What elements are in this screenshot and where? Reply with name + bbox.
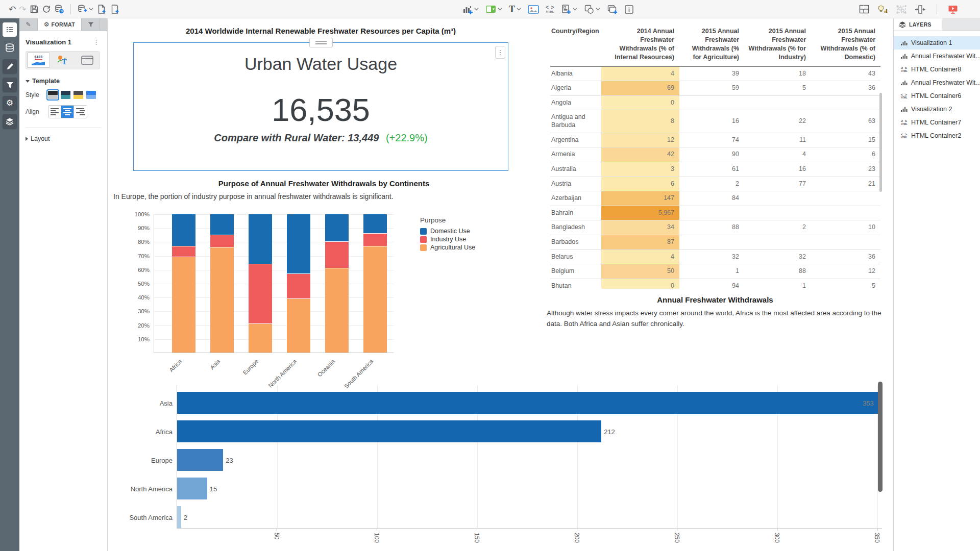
layer-item[interactable]: Annual Freshwater Wit... bbox=[894, 49, 980, 63]
hbar-chart[interactable] bbox=[177, 385, 882, 529]
layer-item[interactable]: Annual Freshwater Wit... bbox=[894, 76, 980, 89]
import-page-button[interactable] bbox=[95, 2, 108, 16]
container-style-button[interactable] bbox=[76, 53, 99, 68]
layer-item[interactable]: Visualization 2 bbox=[894, 103, 980, 116]
table-row[interactable]: Algeria6959536 bbox=[550, 81, 880, 96]
hbar-africa[interactable] bbox=[177, 420, 601, 442]
container-info-button[interactable] bbox=[623, 2, 635, 16]
sidebar-item-filter[interactable] bbox=[3, 78, 17, 92]
toolbar-divider bbox=[70, 4, 71, 14]
sidebar-item-layers[interactable] bbox=[3, 114, 17, 129]
hbar-chart-caption: Although water stress impacts every corn… bbox=[547, 308, 885, 330]
redo-button[interactable]: ↷ bbox=[17, 2, 28, 16]
table-row[interactable]: Bhutan09415 bbox=[550, 279, 880, 289]
stacked-chart[interactable] bbox=[154, 214, 394, 353]
stacked-bar-oceania[interactable] bbox=[325, 214, 349, 353]
stacked-bar-europe[interactable] bbox=[249, 214, 272, 353]
undo-button[interactable]: ↶ bbox=[7, 2, 17, 16]
tab-format[interactable]: ⚙ FORMAT bbox=[38, 18, 82, 31]
align-left-button[interactable] bbox=[48, 106, 61, 118]
table-row[interactable]: Azerbaijan14784 bbox=[550, 191, 880, 206]
add-form-button[interactable] bbox=[559, 2, 579, 16]
table-row[interactable]: Argentina12741115 bbox=[550, 133, 880, 147]
table-row[interactable]: Albania4391843 bbox=[550, 66, 880, 81]
template-style-swatch-2[interactable] bbox=[61, 91, 70, 99]
template-style-swatch-3[interactable] bbox=[74, 91, 83, 99]
save-button[interactable] bbox=[28, 2, 40, 16]
add-html-button[interactable]: < > HTML bbox=[544, 2, 556, 16]
table-row[interactable]: Belarus4323236 bbox=[550, 249, 880, 264]
bar-segment bbox=[210, 214, 234, 235]
kebab-menu-icon[interactable]: ⋮ bbox=[91, 38, 101, 46]
add-chart-button[interactable] bbox=[461, 2, 480, 16]
stacked-bar-asia[interactable] bbox=[210, 214, 234, 353]
sidebar-item-report[interactable] bbox=[3, 22, 17, 37]
layout-button[interactable] bbox=[857, 2, 871, 16]
add-shape-button[interactable] bbox=[582, 2, 602, 16]
drag-handle[interactable] bbox=[309, 38, 333, 47]
table-row[interactable]: Austria627721 bbox=[550, 177, 880, 191]
layer-item[interactable]: < >HTMLHTML Container7 bbox=[894, 116, 980, 129]
template-style-swatch-4[interactable] bbox=[86, 91, 96, 99]
hbar-south-america[interactable] bbox=[177, 506, 181, 528]
table-scrollbar[interactable] bbox=[879, 93, 882, 192]
column-header[interactable]: 2015 Annual Freshwater Withdrawals (% fo… bbox=[679, 24, 744, 66]
group-objects-button[interactable] bbox=[894, 2, 909, 16]
align-right-button[interactable] bbox=[74, 106, 87, 118]
sidebar-item-data[interactable] bbox=[3, 41, 17, 55]
canvas-scrollbar[interactable] bbox=[878, 382, 883, 492]
add-text-button[interactable]: T bbox=[507, 2, 523, 16]
toolbar-left-group: ↶ ↷ bbox=[7, 0, 121, 18]
number-style-button[interactable]: $123 bbox=[27, 53, 50, 68]
table-row[interactable]: Antigua and Barbuda8162263 bbox=[550, 110, 880, 133]
present-icon bbox=[948, 5, 958, 14]
template-style-swatch-1[interactable] bbox=[48, 91, 58, 99]
hbar-europe[interactable] bbox=[177, 449, 223, 471]
layer-item[interactable]: Visualization 1 bbox=[894, 36, 980, 49]
sidebar-item-settings[interactable]: ⚙ bbox=[3, 96, 17, 110]
stacked-bar-south-america[interactable] bbox=[363, 214, 387, 353]
insights-button[interactable] bbox=[875, 2, 890, 16]
tab-layers[interactable]: LAYERS bbox=[894, 18, 942, 31]
table-row[interactable]: Bangladesh3488210 bbox=[550, 220, 880, 235]
layer-item[interactable]: < >HTMLHTML Container8 bbox=[894, 63, 980, 76]
layer-item[interactable]: < >HTMLHTML Container6 bbox=[894, 89, 980, 103]
column-header[interactable]: 2015 Annual Freshwater Withdrawals (% of… bbox=[811, 24, 880, 66]
add-control-button[interactable] bbox=[484, 2, 504, 16]
table-row[interactable]: Belgium5018812 bbox=[550, 264, 880, 279]
add-image-button[interactable] bbox=[526, 2, 541, 16]
add-page-button[interactable] bbox=[108, 2, 121, 16]
table-row[interactable]: Bahrain5,967 bbox=[550, 206, 880, 220]
template-section-header[interactable]: Template bbox=[26, 78, 101, 85]
table-row[interactable]: Angola0 bbox=[550, 95, 880, 110]
bar-segment bbox=[249, 264, 272, 323]
tab-filter[interactable] bbox=[82, 18, 100, 31]
dashboard-canvas[interactable]: 2014 Worldwide Internal Renewable Freshw… bbox=[108, 18, 893, 551]
template-section-label: Template bbox=[32, 78, 60, 85]
tab-edit[interactable]: ✎ bbox=[19, 18, 38, 31]
layers-icon bbox=[6, 117, 14, 126]
fit-width-button[interactable] bbox=[913, 2, 927, 16]
stacked-bar-north-america[interactable] bbox=[287, 214, 310, 353]
hbar-asia[interactable] bbox=[177, 392, 883, 414]
layer-item[interactable]: < >HTMLHTML Container2 bbox=[894, 129, 980, 142]
table-row[interactable]: Barbados87 bbox=[550, 235, 880, 250]
table-row[interactable]: Armenia429046 bbox=[550, 147, 880, 162]
align-center-button[interactable] bbox=[61, 106, 74, 118]
hbar-north-america[interactable] bbox=[177, 478, 207, 499]
data-source-button[interactable] bbox=[53, 2, 66, 16]
data-table[interactable]: Country/Region2014 Annual Freshwater Wit… bbox=[550, 24, 882, 289]
present-button[interactable] bbox=[946, 2, 960, 16]
add-data-button[interactable] bbox=[76, 2, 95, 16]
column-header[interactable]: 2015 Annual Freshwater Withdrawals (% fo… bbox=[744, 24, 811, 66]
stacked-bar-africa[interactable] bbox=[172, 214, 195, 353]
table-row[interactable]: Australia3611623 bbox=[550, 162, 880, 177]
text-style-button[interactable]: T bbox=[52, 53, 75, 68]
kpi-card-selected[interactable]: ⋮ Urban Water Usage 16,535 Compare with … bbox=[133, 42, 508, 171]
refresh-button[interactable] bbox=[40, 2, 53, 16]
column-header[interactable]: 2014 Annual Freshwater Withdrawals (% of… bbox=[601, 24, 679, 66]
layout-section-header[interactable]: Layout bbox=[26, 135, 101, 142]
sidebar-item-edit[interactable] bbox=[3, 59, 17, 73]
add-container-button[interactable] bbox=[605, 2, 619, 16]
column-header[interactable]: Country/Region bbox=[550, 24, 601, 66]
